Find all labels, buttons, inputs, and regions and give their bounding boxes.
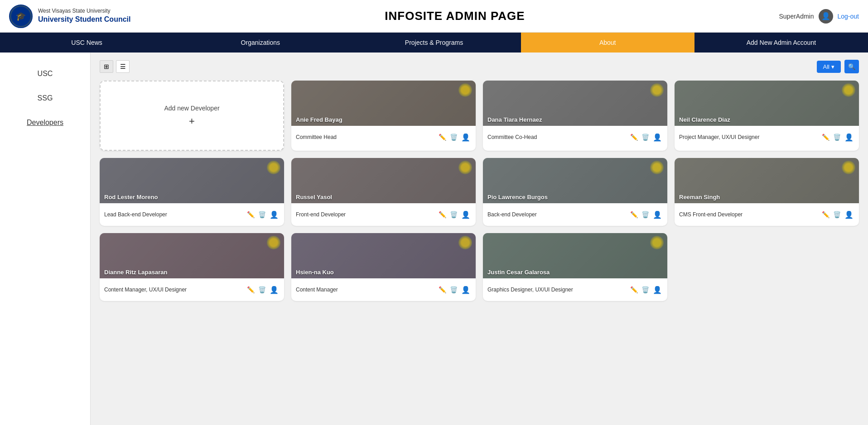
- user-icon[interactable]: 👤: [844, 132, 854, 143]
- card-watermark-logo: [842, 161, 855, 174]
- developer-name: Dianne Ritz Lapasaran: [104, 269, 167, 276]
- edit-icon[interactable]: ✏️: [438, 285, 447, 294]
- add-developer-plus: +: [189, 115, 195, 127]
- chevron-down-icon: ▾: [831, 63, 834, 70]
- delete-icon[interactable]: 🗑️: [641, 285, 650, 294]
- developer-card: Pio Lawrence Burgos Back-end Developer ✏…: [483, 158, 667, 226]
- user-icon[interactable]: 👤: [652, 210, 663, 220]
- edit-icon[interactable]: ✏️: [821, 133, 830, 142]
- nav-add-admin[interactable]: Add New Admin Account: [694, 33, 868, 53]
- delete-icon[interactable]: 🗑️: [257, 210, 267, 219]
- developer-name: Hsien-na Kuo: [296, 269, 334, 276]
- delete-icon[interactable]: 🗑️: [257, 285, 267, 294]
- developer-name: Russel Yasol: [296, 194, 332, 201]
- card-body: Content Manager, UX/UI Designer ✏️ 🗑️ 👤: [100, 278, 284, 301]
- developer-role: Back-end Developer: [487, 211, 629, 219]
- edit-icon[interactable]: ✏️: [629, 133, 639, 142]
- card-watermark-logo: [458, 83, 472, 97]
- nav-about[interactable]: About: [521, 33, 694, 53]
- edit-icon[interactable]: ✏️: [821, 210, 830, 219]
- filter-button[interactable]: All ▾: [817, 61, 841, 73]
- user-icon[interactable]: 👤: [460, 285, 471, 295]
- user-icon[interactable]: 👤: [460, 210, 471, 220]
- developer-role: Content Manager, UX/UI Designer: [104, 286, 246, 294]
- developer-name: Anie Fred Bayag: [296, 116, 342, 123]
- developer-role: Front-end Developer: [296, 211, 438, 219]
- delete-icon[interactable]: 🗑️: [449, 133, 458, 142]
- add-developer-label: Add new Developer: [164, 105, 219, 112]
- logout-link[interactable]: Log-out: [838, 13, 859, 20]
- delete-icon[interactable]: 🗑️: [449, 210, 458, 219]
- card-actions-row: ✏️ 🗑️ 👤: [629, 210, 663, 220]
- card-actions: ✏️ 🗑️ 👤: [438, 285, 471, 295]
- developer-card: Dana Tiara Hernaez Committee Co-Head ✏️ …: [483, 81, 667, 151]
- edit-icon[interactable]: ✏️: [246, 210, 256, 219]
- card-actions-row: ✏️ 🗑️ 👤: [821, 132, 854, 143]
- edit-icon[interactable]: ✏️: [438, 210, 447, 219]
- card-image: Dianne Ritz Lapasaran: [100, 233, 284, 278]
- developer-role: Committee Head: [296, 134, 438, 141]
- developer-role: Graphics Designer, UX/UI Designer: [487, 286, 629, 294]
- grid-view-button[interactable]: ⊞: [100, 60, 113, 73]
- nav-usc-news[interactable]: USC News: [0, 33, 174, 53]
- card-actions: ✏️ 🗑️ 👤: [821, 210, 854, 220]
- user-area: SuperAdmin 👤 Log-out: [779, 9, 859, 24]
- card-image: Rod Lester Moreno: [100, 158, 284, 203]
- card-watermark-logo: [458, 161, 472, 174]
- card-watermark-logo: [650, 161, 664, 174]
- card-actions: ✏️ 🗑️ 👤: [629, 285, 663, 295]
- nav-projects[interactable]: Projects & Programs: [347, 33, 521, 53]
- university-name: West Visayas State University: [38, 8, 130, 15]
- university-seal: 🎓: [9, 5, 33, 28]
- card-image: Dana Tiara Hernaez: [483, 81, 667, 126]
- sidebar-item-ssg[interactable]: SSG: [0, 86, 90, 110]
- developer-card: Dianne Ritz Lapasaran Content Manager, U…: [100, 233, 284, 301]
- developer-card: Rod Lester Moreno Lead Back-end Develope…: [100, 158, 284, 226]
- search-button[interactable]: 🔍: [844, 60, 859, 73]
- delete-icon[interactable]: 🗑️: [449, 285, 458, 294]
- user-icon[interactable]: 👤: [652, 132, 663, 143]
- developer-card: Hsien-na Kuo Content Manager ✏️ 🗑️ 👤: [291, 233, 476, 301]
- card-actions-row: ✏️ 🗑️ 👤: [438, 285, 471, 295]
- logo-text: West Visayas State University University…: [38, 8, 130, 24]
- developer-card: Justin Cesar Galarosa Graphics Designer,…: [483, 233, 667, 301]
- user-icon[interactable]: 👤: [844, 210, 854, 220]
- card-body: CMS Front-end Developer ✏️ 🗑️ 👤: [675, 203, 859, 226]
- sidebar-item-developers[interactable]: Developers: [0, 110, 90, 135]
- developer-role: Committee Co-Head: [487, 134, 629, 141]
- card-body: Committee Co-Head ✏️ 🗑️ 👤: [483, 126, 667, 148]
- developer-name: Pio Lawrence Burgos: [487, 194, 548, 201]
- card-image: Pio Lawrence Burgos: [483, 158, 667, 203]
- card-image: Neil Clarence Diaz: [675, 81, 859, 126]
- user-icon[interactable]: 👤: [269, 285, 280, 295]
- edit-icon[interactable]: ✏️: [438, 133, 447, 142]
- card-actions-row: ✏️ 🗑️ 👤: [246, 285, 280, 295]
- edit-icon[interactable]: ✏️: [629, 210, 639, 219]
- card-actions: ✏️ 🗑️ 👤: [629, 132, 663, 143]
- delete-icon[interactable]: 🗑️: [832, 210, 842, 219]
- developer-role: Lead Back-end Developer: [104, 211, 246, 219]
- card-image: Anie Fred Bayag: [291, 81, 476, 126]
- developer-role: Content Manager: [296, 286, 438, 294]
- edit-icon[interactable]: ✏️: [629, 285, 639, 294]
- card-actions: ✏️ 🗑️ 👤: [629, 210, 663, 220]
- delete-icon[interactable]: 🗑️: [641, 210, 650, 219]
- page-header: 🎓 West Visayas State University Universi…: [0, 0, 868, 33]
- nav-organizations[interactable]: Organizations: [174, 33, 347, 53]
- edit-icon[interactable]: ✏️: [246, 285, 256, 294]
- user-icon[interactable]: 👤: [652, 285, 663, 295]
- card-body: Content Manager ✏️ 🗑️ 👤: [291, 278, 476, 301]
- list-view-button[interactable]: ☰: [116, 60, 130, 73]
- add-developer-card[interactable]: Add new Developer +: [100, 81, 284, 151]
- delete-icon[interactable]: 🗑️: [641, 133, 650, 142]
- developer-card: Reeman Singh CMS Front-end Developer ✏️ …: [675, 158, 859, 226]
- developer-card: Russel Yasol Front-end Developer ✏️ 🗑️ 👤: [291, 158, 476, 226]
- card-body: Committee Head ✏️ 🗑️ 👤: [291, 126, 476, 148]
- user-icon[interactable]: 👤: [269, 210, 280, 220]
- card-watermark-logo: [650, 236, 664, 249]
- card-actions: ✏️ 🗑️ 👤: [438, 210, 471, 220]
- toolbar-right: All ▾ 🔍: [817, 60, 859, 73]
- delete-icon[interactable]: 🗑️: [832, 133, 842, 142]
- user-icon[interactable]: 👤: [460, 132, 471, 143]
- sidebar-item-usc[interactable]: USC: [0, 62, 90, 86]
